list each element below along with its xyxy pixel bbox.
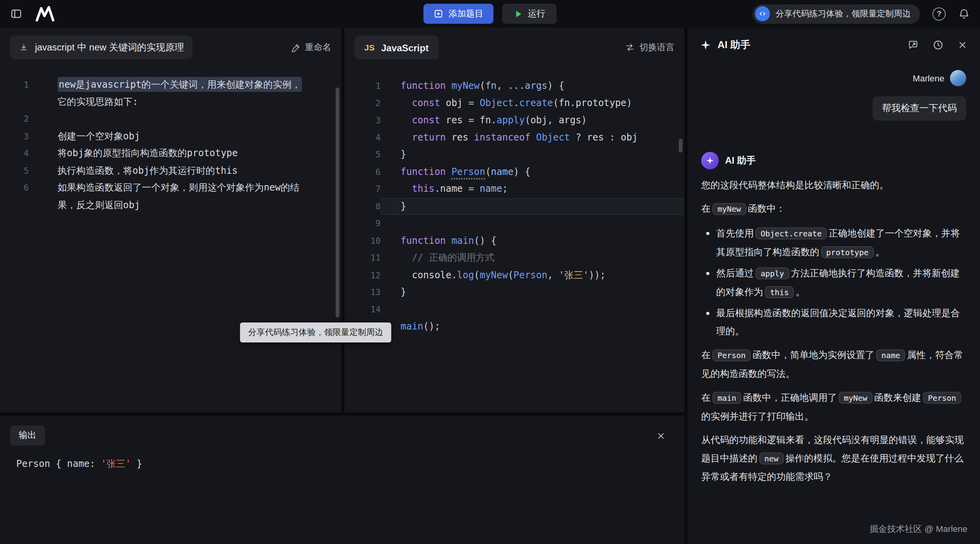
ai-paragraph: 从代码的功能和逻辑来看，这段代码没有明显的错误，能够实现题目中描述的new操作的… (701, 431, 966, 486)
inline-code-chip: Person (712, 349, 751, 361)
text-segment: Object (536, 131, 570, 143)
text-segment: res (451, 131, 468, 143)
code-line[interactable]: 12 console.log(myNew(Person, '张三')); (344, 267, 685, 284)
ai-panel-title: AI 助手 (717, 38, 750, 52)
language-chip[interactable]: JS JavaScript (354, 36, 438, 59)
code-editor[interactable]: 1function myNew(fn, ...args) {2 const ob… (344, 67, 685, 335)
text-segment: 在 (701, 349, 711, 360)
text-segment: . (570, 97, 575, 108)
markdown-editor-line[interactable]: 5执行构造函数，将obj作为其运行时的this (0, 162, 341, 179)
text-segment: ( (553, 97, 558, 108)
code-scrollbar[interactable] (679, 139, 683, 153)
text-segment: 函数中，正确地调用了 (743, 392, 837, 402)
code-line[interactable]: 2 const obj = Object.create(fn.prototype… (344, 95, 685, 112)
code-line[interactable]: 15main(); (344, 318, 685, 335)
promo-badge[interactable]: 分享代码练习体验，领限量定制周边 (753, 4, 920, 23)
workspace: javascript 中 new 关键词的实现原理 重命名 1new是javas… (0, 27, 980, 544)
inline-code-chip: name (876, 349, 905, 361)
line-number: 1 (344, 77, 381, 95)
markdown-editor-line[interactable]: 6如果构造函数返回了一个对象，则用这个对象作为new的结 (0, 179, 341, 196)
sparkle-icon (700, 40, 712, 51)
text-segment: function (401, 166, 452, 177)
add-question-button[interactable]: 添加题目 (423, 4, 494, 24)
code-line[interactable]: 6function Person(name) { (344, 164, 685, 181)
text-segment: Person (451, 166, 485, 179)
inline-code-chip: myNew (839, 392, 872, 403)
app-root: 添加题目 运行 分享代码练习体验，领限量定制周边 ? (0, 0, 980, 544)
inline-code-chip: this (765, 286, 794, 298)
help-icon[interactable]: ? (933, 7, 946, 20)
markdown-editor[interactable]: 1new是javascript的一个关键词，用来创建对象的实例，它的实现思路如下… (0, 67, 341, 214)
text-segment: . (513, 97, 519, 108)
ai-paragraph: 您的这段代码整体结构是比较清晰和正确的。 (701, 176, 966, 194)
text-segment (401, 252, 412, 263)
app-logo-icon[interactable] (34, 5, 56, 22)
share-chat-icon[interactable] (908, 40, 919, 51)
text-segment: } (131, 458, 142, 470)
text-segment: res (446, 114, 463, 126)
output-tab[interactable]: 输出 (10, 425, 45, 445)
ai-assistant-panel: AI 助手 Marlene (688, 27, 980, 544)
bell-icon[interactable] (958, 8, 970, 20)
line-text: 如果构造函数返回了一个对象，则用这个对象作为new的结 (58, 179, 299, 196)
text-segment: } (401, 286, 406, 297)
line-text: 它的实现思路如下: (58, 94, 138, 111)
ai-bullet-item: 最后根据构造函数的返回值决定返回的对象，逻辑处理是合理的。 (716, 304, 966, 340)
ai-header: AI 助手 (688, 27, 980, 62)
line-number: 10 (344, 232, 381, 249)
text-segment: 果，反之则返回obj (58, 199, 140, 211)
question-title-chip[interactable]: javascript 中 new 关键词的实现原理 (10, 36, 193, 59)
code-line[interactable]: 5} (344, 146, 685, 164)
question-scrollbar[interactable] (336, 88, 340, 318)
user-avatar (950, 70, 966, 86)
code-line[interactable]: 3 const res = fn.apply(obj, args) (344, 112, 685, 129)
text-segment: ) (626, 97, 632, 108)
code-line[interactable]: 7 this.name = name; (344, 181, 685, 198)
markdown-editor-line[interactable]: 2 (0, 111, 341, 128)
sidebar-toggle-icon[interactable] (10, 7, 23, 20)
code-line[interactable]: 8} (344, 198, 685, 215)
text-segment: apply (497, 114, 525, 126)
markdown-editor-line[interactable]: 3创建一个空对象obj (0, 128, 341, 145)
text-segment: '张三' (101, 458, 131, 470)
history-icon[interactable] (933, 40, 944, 51)
text-segment: , (548, 114, 559, 126)
switch-language-button[interactable]: 切换语言 (625, 42, 674, 53)
text-segment: this (412, 183, 434, 195)
text-segment: . (451, 269, 457, 280)
code-panel: JS JavaScript 切换语言 1function myNew(fn, .… (344, 27, 685, 413)
code-line[interactable]: 10function main() { (344, 232, 685, 249)
code-line[interactable]: 1function myNew(fn, ...args) { (344, 77, 685, 95)
text-segment: . (491, 114, 496, 126)
run-button[interactable]: 运行 (502, 4, 557, 24)
text-segment: , ... (497, 80, 525, 91)
markdown-editor-line[interactable]: 1new是javascript的一个关键词，用来创建对象的实例， (0, 76, 341, 94)
code-line[interactable]: 13} (344, 284, 685, 301)
inline-code-chip: new (759, 452, 784, 464)
output-close-icon[interactable] (656, 431, 666, 440)
inline-code-chip: main (712, 392, 741, 403)
code-line[interactable]: 14 (344, 301, 685, 318)
markdown-editor-line[interactable]: 它的实现思路如下: (0, 94, 341, 111)
markdown-editor-line[interactable]: 果，反之则返回obj (0, 196, 341, 214)
text-segment: 函数中： (748, 203, 785, 214)
code-line[interactable]: 9 (344, 215, 685, 232)
markdown-editor-line[interactable]: 4将obj象的原型指向构造函数的prototype (0, 145, 341, 162)
line-number: 1 (0, 76, 29, 94)
code-line-content: const res = fn.apply(obj, args) (381, 112, 685, 129)
close-icon[interactable] (957, 40, 967, 50)
promo-icon (755, 6, 770, 21)
code-line-content: console.log(myNew(Person, '张三')); (381, 267, 685, 284)
line-number: 12 (344, 267, 381, 284)
text-segment: (); (423, 321, 440, 332)
code-line-content: function myNew(fn, ...args) { (381, 77, 685, 95)
code-line-content: } (381, 146, 685, 164)
code-line[interactable]: 4 return res instanceof Object ? res : o… (344, 129, 685, 146)
code-line-content: } (381, 198, 685, 215)
line-number: 3 (344, 112, 381, 129)
text-segment (401, 97, 412, 108)
code-panel-header: JS JavaScript 切换语言 (344, 27, 685, 67)
pencil-icon (291, 43, 301, 52)
rename-button[interactable]: 重命名 (291, 42, 331, 53)
code-line[interactable]: 11 // 正确的调用方式 (344, 249, 685, 267)
